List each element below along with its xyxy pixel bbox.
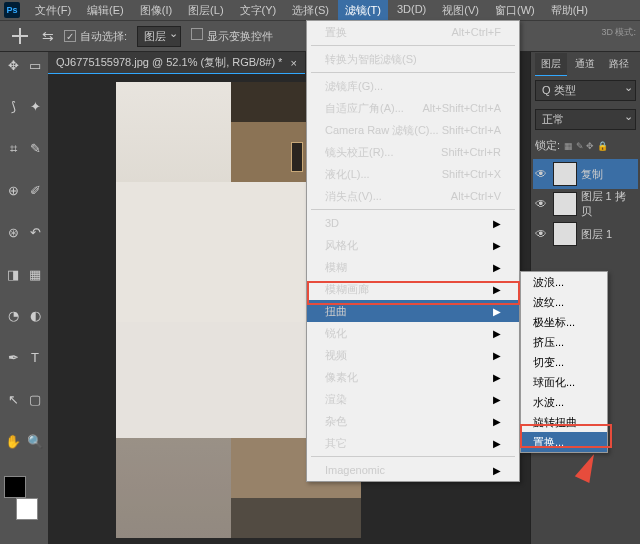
submenu-item[interactable]: 旋转扭曲... bbox=[521, 412, 607, 432]
auto-select-label: 自动选择: bbox=[80, 30, 127, 42]
show-transform-checkbox[interactable] bbox=[191, 28, 203, 40]
tools-panel: ✥ ▭ ⟆ ✦ ⌗ ✎ ⊕ ✐ ⊛ ↶ ◨ ▦ ◔ ◐ ✒ T ↖ ▢ ✋ 🔍 bbox=[0, 52, 48, 544]
show-transform-label: 显示变换控件 bbox=[207, 30, 273, 42]
visibility-icon[interactable]: 👁 bbox=[535, 167, 549, 181]
gradient-tool[interactable]: ▦ bbox=[24, 263, 46, 285]
submenu-item[interactable]: 切变... bbox=[521, 352, 607, 372]
move-tool[interactable]: ✥ bbox=[2, 54, 24, 76]
visibility-icon[interactable]: 👁 bbox=[535, 227, 549, 241]
brush-tool[interactable]: ✐ bbox=[24, 179, 46, 201]
menu-7[interactable]: 3D(D) bbox=[390, 0, 433, 21]
stamp-tool[interactable]: ⊛ bbox=[2, 221, 24, 243]
ps-logo: Ps bbox=[4, 2, 20, 18]
document-tab[interactable]: QJ6775155978.jpg @ 52.1% (复制, RGB/8#) * … bbox=[48, 52, 305, 74]
arrows-icon: ⇆ bbox=[42, 28, 54, 44]
filter-item[interactable]: 扭曲▶ bbox=[307, 300, 519, 322]
lock-row: 锁定: ▦ ✎ ✥ 🔒 bbox=[531, 134, 640, 157]
blend-mode-dropdown[interactable]: 正常 bbox=[535, 109, 636, 130]
submenu-item[interactable]: 波浪... bbox=[521, 272, 607, 292]
layer-name: 复制 bbox=[581, 167, 603, 182]
filter-item[interactable]: 置换Alt+Ctrl+F bbox=[307, 21, 519, 43]
menu-10[interactable]: 帮助(H) bbox=[544, 0, 595, 21]
filter-item[interactable]: 模糊画廊▶ bbox=[307, 278, 519, 300]
path-tool[interactable]: ↖ bbox=[2, 389, 24, 411]
filter-item[interactable]: 滤镜库(G)... bbox=[307, 75, 519, 97]
filter-item[interactable]: 消失点(V)...Alt+Ctrl+V bbox=[307, 185, 519, 207]
marquee-tool[interactable]: ▭ bbox=[24, 54, 46, 76]
menu-0[interactable]: 文件(F) bbox=[28, 0, 78, 21]
3d-mode-label: 3D 模式: bbox=[601, 26, 636, 39]
foreground-color[interactable] bbox=[4, 476, 26, 498]
eyedropper-tool[interactable]: ✎ bbox=[24, 138, 46, 160]
dodge-tool[interactable]: ◐ bbox=[24, 305, 46, 327]
submenu-item[interactable]: 极坐标... bbox=[521, 312, 607, 332]
layer-thumb bbox=[553, 162, 577, 186]
filter-item[interactable]: 渲染▶ bbox=[307, 388, 519, 410]
filter-item[interactable]: 自适应广角(A)...Alt+Shift+Ctrl+A bbox=[307, 97, 519, 119]
document-title: QJ6775155978.jpg @ 52.1% (复制, RGB/8#) * bbox=[56, 55, 282, 70]
submenu-item[interactable]: 水波... bbox=[521, 392, 607, 412]
menu-3[interactable]: 图层(L) bbox=[181, 0, 230, 21]
filter-item[interactable]: 镜头校正(R)...Shift+Ctrl+R bbox=[307, 141, 519, 163]
panel-tab[interactable]: 通道 bbox=[569, 53, 601, 76]
layer-name: 图层 1 bbox=[581, 227, 612, 242]
visibility-icon[interactable]: 👁 bbox=[535, 197, 549, 211]
background-color[interactable] bbox=[16, 498, 38, 520]
filter-item[interactable]: Imagenomic▶ bbox=[307, 459, 519, 481]
move-tool-icon bbox=[8, 24, 32, 48]
zoom-tool[interactable]: 🔍 bbox=[24, 430, 46, 452]
menu-8[interactable]: 视图(V) bbox=[435, 0, 486, 21]
distort-submenu: 波浪...波纹...极坐标...挤压...切变...球面化...水波...旋转扭… bbox=[520, 271, 608, 453]
hand-tool[interactable]: ✋ bbox=[2, 430, 24, 452]
eraser-tool[interactable]: ◨ bbox=[2, 263, 24, 285]
submenu-item[interactable]: 置换... bbox=[521, 432, 607, 452]
close-icon[interactable]: × bbox=[290, 57, 296, 69]
filter-item[interactable]: 杂色▶ bbox=[307, 410, 519, 432]
layer-row[interactable]: 👁图层 1 bbox=[533, 219, 638, 249]
filter-item[interactable]: 3D▶ bbox=[307, 212, 519, 234]
color-swatches[interactable] bbox=[2, 476, 42, 522]
menu-6[interactable]: 滤镜(T) bbox=[338, 0, 388, 21]
filter-item[interactable]: Camera Raw 滤镜(C)...Shift+Ctrl+A bbox=[307, 119, 519, 141]
layer-name: 图层 1 拷贝 bbox=[581, 189, 636, 219]
menu-4[interactable]: 文字(Y) bbox=[233, 0, 284, 21]
heal-tool[interactable]: ⊕ bbox=[2, 179, 24, 201]
filter-item[interactable]: 锐化▶ bbox=[307, 322, 519, 344]
submenu-item[interactable]: 波纹... bbox=[521, 292, 607, 312]
menu-1[interactable]: 编辑(E) bbox=[80, 0, 131, 21]
auto-select-checkbox[interactable] bbox=[64, 30, 76, 42]
shape-tool[interactable]: ▢ bbox=[24, 389, 46, 411]
filter-item[interactable]: 液化(L)...Shift+Ctrl+X bbox=[307, 163, 519, 185]
type-tool[interactable]: T bbox=[24, 347, 46, 369]
blur-tool[interactable]: ◔ bbox=[2, 305, 24, 327]
menu-9[interactable]: 窗口(W) bbox=[488, 0, 542, 21]
layer-row[interactable]: 👁复制 bbox=[533, 159, 638, 189]
panel-tab[interactable]: 图层 bbox=[535, 53, 567, 76]
history-tool[interactable]: ↶ bbox=[24, 221, 46, 243]
crop-tool[interactable]: ⌗ bbox=[2, 138, 24, 160]
lasso-tool[interactable]: ⟆ bbox=[2, 96, 24, 118]
filter-dropdown-menu: 置换Alt+Ctrl+F转换为智能滤镜(S)滤镜库(G)...自适应广角(A).… bbox=[306, 20, 520, 482]
pen-tool[interactable]: ✒ bbox=[2, 347, 24, 369]
filter-item[interactable]: 风格化▶ bbox=[307, 234, 519, 256]
menu-5[interactable]: 选择(S) bbox=[285, 0, 336, 21]
layer-row[interactable]: 👁图层 1 拷贝 bbox=[533, 189, 638, 219]
filter-item[interactable]: 其它▶ bbox=[307, 432, 519, 454]
layer-thumb bbox=[553, 192, 577, 216]
menu-2[interactable]: 图像(I) bbox=[133, 0, 179, 21]
submenu-item[interactable]: 挤压... bbox=[521, 332, 607, 352]
layer-target-dropdown[interactable]: 图层 bbox=[137, 26, 181, 47]
menubar: Ps 文件(F)编辑(E)图像(I)图层(L)文字(Y)选择(S)滤镜(T)3D… bbox=[0, 0, 640, 20]
layer-type-filter[interactable]: Q 类型 bbox=[535, 80, 636, 101]
submenu-item[interactable]: 球面化... bbox=[521, 372, 607, 392]
filter-item[interactable]: 转换为智能滤镜(S) bbox=[307, 48, 519, 70]
filter-item[interactable]: 视频▶ bbox=[307, 344, 519, 366]
layer-thumb bbox=[553, 222, 577, 246]
wand-tool[interactable]: ✦ bbox=[24, 96, 46, 118]
filter-item[interactable]: 模糊▶ bbox=[307, 256, 519, 278]
panel-tab[interactable]: 路径 bbox=[603, 53, 635, 76]
filter-item[interactable]: 像素化▶ bbox=[307, 366, 519, 388]
